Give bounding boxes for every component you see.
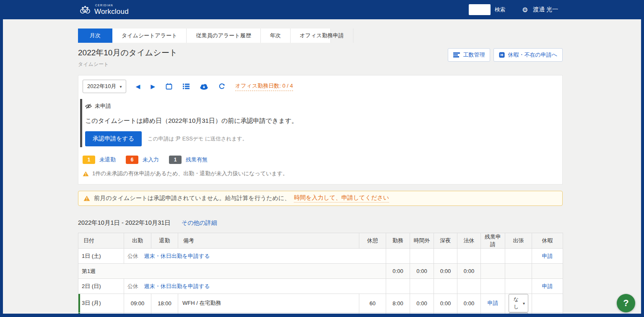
- statutory-cell: 0:00: [457, 313, 481, 314]
- overtime-flag-badge: 1: [169, 156, 182, 164]
- vacation-cell: 申請: [532, 249, 563, 264]
- missing-entry-badge: 6: [126, 156, 138, 164]
- table-row-day3: 3日 (月) 09:00 18:00 WFH / 在宅勤務 60 8:00 0:…: [78, 294, 563, 313]
- business-trip-cell: なし ▾: [505, 294, 532, 313]
- missing-entry-link[interactable]: 未入力: [143, 156, 159, 164]
- overtime-cell: 0:00: [410, 294, 434, 313]
- month-selector[interactable]: 2022年10月 ▾: [83, 80, 126, 93]
- status-label: 未申請: [95, 102, 111, 110]
- note-input[interactable]: WFH / 在宅勤務: [178, 294, 359, 313]
- clock-out-input[interactable]: 18:00: [151, 294, 178, 313]
- page-title: 2022年10月のタイムシート: [78, 47, 177, 58]
- main-content: 月次 タイムシートアラート 従業員のアラート履歴 年次 オフィス勤務申請 202…: [3, 19, 641, 314]
- col-business-trip: 出張: [505, 233, 532, 249]
- empty-cell: [434, 279, 457, 294]
- submit-note: この申請は 尹 ESSデモ に送信されます。: [148, 135, 247, 143]
- tab-monthly[interactable]: 月次: [78, 29, 112, 43]
- week-work-total: 0:00: [386, 264, 410, 279]
- clock-out-input[interactable]: 20:00: [151, 313, 178, 314]
- vacation-cell: 申請: [532, 279, 563, 294]
- tab-timesheet-alerts[interactable]: タイムシートアラート: [112, 29, 187, 43]
- holiday-cell: 公休 週末・休日出勤を申請する: [124, 249, 386, 264]
- gear-icon[interactable]: ⚙: [522, 6, 528, 14]
- tab-office-work-request[interactable]: オフィス勤務申請: [291, 29, 353, 43]
- brand-ceridian: CERIDIAN: [95, 4, 129, 7]
- alert-warning-triangle-icon: [83, 195, 90, 201]
- holiday-cell: 公休 週末・休日出勤を申請する: [124, 279, 386, 294]
- col-break: 休憩: [359, 233, 386, 249]
- period-range: 2022年10月1日 - 2022年10月31日: [78, 219, 171, 227]
- statutory-cell: 0:00: [457, 294, 481, 313]
- alert-enter-time-link[interactable]: 時間を入力して、申請してください: [294, 194, 389, 203]
- weekend-work-request-link[interactable]: 週末・休日出勤を申請する: [144, 253, 210, 259]
- timesheet-table: 日付 出勤 退勤 備考 休憩 勤務 時間外 深夜 法休 残業申請 出張 休暇 1…: [78, 233, 563, 314]
- other-details-link[interactable]: その他の詳細: [182, 219, 217, 227]
- man-hours-button[interactable]: 工数管理: [448, 48, 490, 62]
- submit-approval-button[interactable]: 承認申請をする: [85, 131, 142, 146]
- list-view-icon[interactable]: [183, 83, 190, 89]
- next-month-button[interactable]: ▶: [151, 83, 155, 90]
- search-button[interactable]: 検索: [495, 6, 505, 13]
- empty-cell: [410, 249, 434, 264]
- vacation-request-link[interactable]: 申請: [542, 253, 553, 259]
- empty-cell: [505, 249, 532, 264]
- issue-badges-row: 1 未退勤 6 未入力 1 残業有無: [83, 156, 562, 164]
- user-menu[interactable]: 渡邊 光一: [533, 6, 558, 13]
- date-cell: 2日 (日): [78, 279, 124, 294]
- empty-cell: [481, 264, 505, 279]
- overtime-cell: 0:00: [410, 313, 434, 314]
- table-row-day2: 2日 (日) 公休 週末・休日出勤を申請する 申請: [78, 279, 563, 294]
- empty-cell: [481, 279, 505, 294]
- calendar-icon[interactable]: [166, 83, 172, 90]
- leave-absence-button[interactable]: 休暇・不在の申請へ: [493, 48, 563, 62]
- col-work: 勤務: [386, 233, 410, 249]
- empty-cell: [481, 249, 505, 264]
- help-button[interactable]: ?: [617, 294, 635, 312]
- tab-annual[interactable]: 年次: [261, 29, 291, 43]
- business-trip-cell: なし ▾: [505, 313, 532, 314]
- table-row-day1: 1日 (土) 公休 週末・休日出勤を申請する 申請: [78, 249, 563, 264]
- col-note: 備考: [178, 233, 359, 249]
- break-input[interactable]: 60: [359, 313, 386, 314]
- night-cell: 0:00: [434, 294, 457, 313]
- overtime-request-link[interactable]: 申請: [488, 300, 499, 306]
- clock-in-input[interactable]: 08:00: [124, 313, 151, 314]
- page-subtitle: タイムシート: [78, 61, 177, 68]
- tab-employee-alert-history[interactable]: 従業員のアラート履歴: [187, 29, 260, 43]
- week-night-total: 0:00: [434, 264, 457, 279]
- business-trip-select[interactable]: なし ▾: [509, 294, 528, 312]
- overtime-request-cell: 申請: [481, 294, 505, 313]
- tab-bar: 月次 タイムシートアラート 従業員のアラート履歴 年次 オフィス勤務申請: [78, 29, 331, 43]
- business-trip-select[interactable]: なし ▾: [509, 313, 528, 314]
- col-vacation: 休暇: [532, 233, 563, 249]
- date-cell: 4日 (火): [78, 313, 124, 314]
- office-workdays-link[interactable]: オフィス勤務日数: 0 / 4: [235, 82, 293, 91]
- refresh-icon[interactable]: [218, 83, 225, 90]
- previous-month-alert: 前月のタイムシートは承認申請されていません。給与計算を行うために、 時間を入力し…: [78, 191, 563, 206]
- table-header-row: 日付 出勤 退勤 備考 休憩 勤務 時間外 深夜 法休 残業申請 出張 休暇: [78, 233, 563, 249]
- break-input[interactable]: 60: [359, 294, 386, 313]
- bars-chart-icon: [453, 52, 460, 57]
- brand-workcloud: Workcloud: [94, 8, 129, 15]
- week-statutory-total: 0:00: [457, 264, 481, 279]
- clock-in-input[interactable]: 09:00: [124, 294, 151, 313]
- col-date: 日付: [78, 233, 124, 249]
- empty-cell: [532, 294, 563, 313]
- col-overtime-request: 残業申請: [481, 233, 505, 249]
- prev-month-button[interactable]: ◀: [135, 83, 140, 90]
- cloud-download-icon[interactable]: [200, 83, 208, 90]
- not-clocked-out-link[interactable]: 未退勤: [99, 156, 116, 164]
- note-input[interactable]: [178, 313, 359, 314]
- eye-off-icon: [85, 104, 92, 109]
- period-row: 2022年10月1日 - 2022年10月31日 その他の詳細: [78, 219, 563, 227]
- vacation-request-link[interactable]: 申請: [542, 283, 553, 289]
- overtime-flag-link[interactable]: 残業有無: [186, 156, 208, 164]
- holiday-h-icon: [499, 52, 505, 58]
- search-input[interactable]: [469, 4, 491, 15]
- empty-cell: [410, 279, 434, 294]
- chevron-down-icon: ▾: [119, 84, 122, 89]
- col-night: 深夜: [434, 233, 457, 249]
- brand-logo[interactable]: CERIDIAN Workcloud: [79, 4, 129, 15]
- status-accent-bar: [80, 99, 82, 147]
- weekend-work-request-link[interactable]: 週末・休日出勤を申請する: [144, 283, 210, 289]
